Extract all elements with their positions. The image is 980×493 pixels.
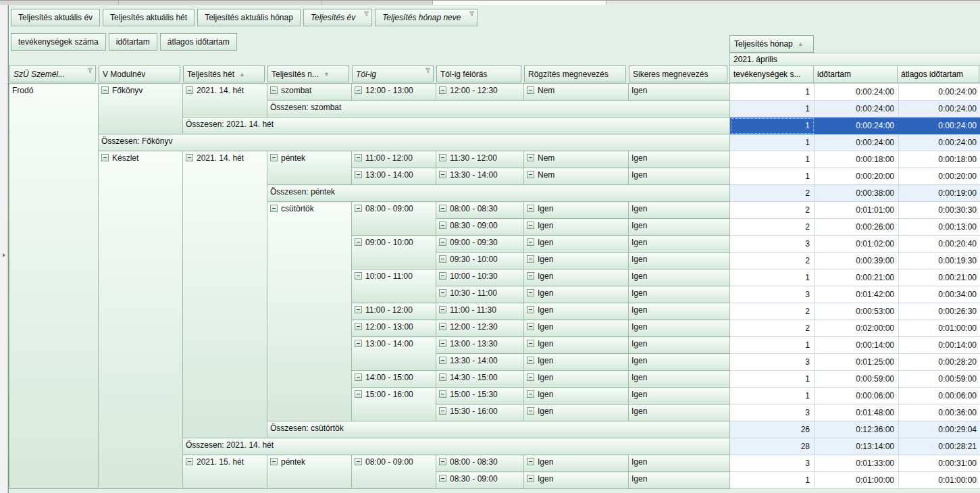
collapse-icon[interactable]	[439, 272, 446, 280]
value-cell[interactable]: 0:01:48:00	[815, 405, 899, 421]
row-header-cell[interactable]: 2021. 14. hét	[183, 84, 267, 118]
row-header-cell[interactable]: 08:00 - 09:00	[352, 202, 436, 236]
row-header-cell[interactable]: péntek	[267, 151, 352, 185]
value-cell[interactable]: 0:01:33:00	[815, 455, 899, 472]
filter-field-teljesites-aktualis-het[interactable]: Teljesítés aktuális hét	[103, 9, 195, 26]
row-header-cell[interactable]: 08:00 - 08:30	[436, 455, 524, 472]
value-cell[interactable]: 0:00:28:21	[899, 438, 980, 455]
value-cell[interactable]: 1	[730, 472, 815, 489]
collapse-icon[interactable]	[270, 154, 278, 161]
value-cell[interactable]: 0:00:06:00	[899, 388, 980, 405]
filter-field-teljesites-aktualis-ev[interactable]: Teljesítés aktuális év	[11, 9, 100, 26]
row-header-cell[interactable]: szombat	[267, 84, 352, 101]
value-cell[interactable]: 1	[730, 168, 815, 185]
row-header-cell[interactable]: 11:30 - 12:00	[436, 151, 524, 168]
collapse-icon[interactable]	[101, 154, 109, 161]
collapse-icon[interactable]	[439, 390, 446, 398]
collapse-icon[interactable]	[527, 171, 534, 178]
collapse-icon[interactable]	[527, 458, 534, 465]
value-cell[interactable]: 0:00:29:04	[899, 421, 980, 438]
row-total-cell[interactable]: Összesen: 2021. 14. hét	[183, 118, 730, 134]
value-column-header-idotartam[interactable]: időtartam	[813, 66, 898, 83]
row-field-sikeres-megnevezes[interactable]: Sikeres megnevezés	[629, 66, 727, 82]
collapse-icon[interactable]	[527, 306, 534, 313]
value-cell[interactable]: 0:13:14:00	[815, 438, 899, 455]
value-cell-selected[interactable]: 0:00:24:00	[899, 118, 980, 134]
collapse-icon[interactable]	[527, 289, 534, 296]
row-header-cell[interactable]: 10:00 - 10:30	[436, 269, 524, 286]
value-cell[interactable]: 3	[730, 354, 815, 371]
collapse-icon[interactable]	[439, 323, 446, 330]
row-header-cell[interactable]: Igen	[524, 455, 629, 472]
value-cell-selected[interactable]: 1	[730, 118, 815, 134]
row-header-cell[interactable]: 14:00 - 15:00	[352, 371, 436, 388]
row-header-cell[interactable]: 2021. 14. hét	[183, 151, 267, 438]
value-cell[interactable]: 1	[730, 269, 815, 286]
row-header-cell[interactable]: Igen	[629, 371, 730, 388]
value-cell[interactable]: 0:00:30:30	[899, 202, 980, 219]
row-total-cell[interactable]: Összesen: szombat	[267, 101, 730, 118]
value-cell[interactable]: 0:00:59:00	[899, 371, 980, 388]
row-header-cell[interactable]: Nem	[524, 84, 629, 101]
row-header-cell[interactable]: Igen	[524, 269, 629, 286]
row-header-cell[interactable]: 15:00 - 16:00	[352, 388, 436, 421]
row-header-cell[interactable]: Igen	[629, 455, 730, 472]
collapse-icon[interactable]	[270, 458, 278, 465]
row-header-cell[interactable]: Nem	[524, 168, 629, 185]
value-cell[interactable]: 0:00:14:00	[815, 337, 899, 354]
value-cell[interactable]: 0:00:18:00	[815, 151, 899, 168]
value-cell[interactable]: 1	[730, 371, 815, 388]
collapse-icon[interactable]	[527, 238, 534, 246]
row-header-cell[interactable]: 08:00 - 08:30	[436, 202, 524, 219]
collapse-icon[interactable]	[270, 205, 278, 212]
value-cell[interactable]: 0:00:20:40	[899, 236, 980, 253]
collapse-icon[interactable]	[355, 154, 362, 161]
row-header-cell[interactable]: Igen	[629, 269, 730, 286]
row-header-cell[interactable]: Igen	[629, 168, 730, 185]
collapse-icon[interactable]	[355, 306, 362, 313]
row-field-rogzites-megnevezes[interactable]: Rögzítés megnevezés	[524, 66, 626, 82]
row-header-cell[interactable]: Igen	[524, 388, 629, 405]
value-cell[interactable]: 0:00:24:00	[899, 134, 980, 151]
row-header-cell[interactable]: Igen	[629, 151, 730, 168]
value-cell[interactable]: 3	[730, 405, 815, 421]
row-header-cell[interactable]: Igen	[629, 253, 730, 269]
collapse-icon[interactable]	[527, 205, 534, 212]
collapse-icon[interactable]	[355, 390, 362, 398]
value-cell[interactable]: 3	[730, 286, 815, 303]
row-field-tol-ig[interactable]: Tól-ig	[352, 66, 434, 82]
collapse-icon[interactable]	[355, 458, 362, 465]
row-field-teljesites-n[interactable]: Teljesítés n...▼	[267, 66, 349, 82]
collapse-icon[interactable]	[527, 373, 534, 381]
row-header-cell[interactable]: 08:30 - 09:00	[436, 472, 524, 489]
value-cell[interactable]: 1	[730, 101, 815, 118]
value-cell[interactable]: 1	[730, 337, 815, 354]
row-header-cell[interactable]: Igen	[629, 236, 730, 253]
value-cell[interactable]: 0:00:59:00	[815, 371, 899, 388]
collapse-icon[interactable]	[527, 272, 534, 280]
row-header-cell[interactable]: 12:00 - 12:30	[436, 320, 524, 337]
row-header-cell[interactable]: 09:00 - 10:00	[352, 236, 436, 269]
row-header-cell[interactable]: 13:30 - 14:00	[436, 354, 524, 371]
row-header-cell[interactable]: Igen	[524, 202, 629, 219]
row-header-cell[interactable]: 10:00 - 11:00	[352, 269, 436, 303]
column-field-teljesites-honap[interactable]: Teljesítés hónap ▲	[729, 35, 814, 53]
collapse-icon[interactable]	[439, 255, 446, 263]
value-cell[interactable]: 0:01:00:00	[899, 472, 980, 489]
row-header-cell[interactable]: Igen	[629, 286, 730, 303]
collapse-icon[interactable]	[355, 238, 362, 246]
row-header-cell[interactable]: Igen	[524, 286, 629, 303]
collapse-icon[interactable]	[527, 475, 534, 482]
row-header-cell[interactable]: Igen	[524, 472, 629, 489]
row-header-cell[interactable]: Főkönyv	[99, 84, 183, 134]
column-group-header[interactable]: 2021. április	[729, 53, 980, 66]
filter-funnel-icon[interactable]	[425, 68, 431, 74]
value-cell[interactable]: 0:00:14:00	[899, 337, 980, 354]
row-header-cell[interactable]: 12:00 - 12:30	[436, 84, 524, 101]
value-cell[interactable]: 0:00:13:00	[899, 219, 980, 236]
value-cell[interactable]: 1	[730, 151, 815, 168]
value-cell[interactable]: 0:00:20:00	[815, 168, 899, 185]
row-header-cell[interactable]: 15:30 - 16:00	[436, 405, 524, 421]
collapse-icon[interactable]	[355, 272, 362, 280]
collapse-icon[interactable]	[270, 86, 278, 94]
